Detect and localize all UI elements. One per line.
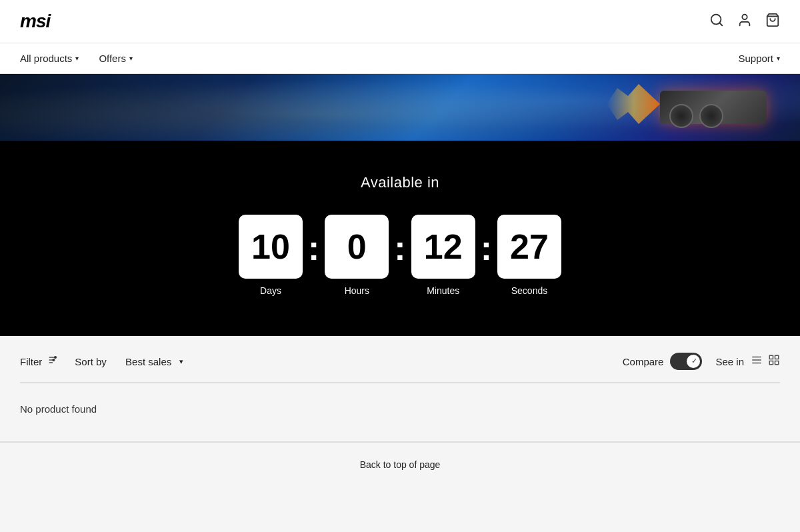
- gpu-fan2: [699, 104, 723, 128]
- timer-minutes-label: Minutes: [427, 285, 459, 296]
- svg-rect-15: [775, 361, 779, 364]
- footer: Back to top of page: [0, 442, 800, 487]
- gpu-image: [633, 81, 767, 134]
- chevron-down-icon: ▾: [777, 55, 780, 62]
- svg-point-2: [742, 14, 747, 19]
- svg-point-8: [53, 359, 55, 361]
- back-to-top-link[interactable]: Back to top of page: [360, 459, 441, 470]
- colon-1: :: [308, 228, 319, 283]
- nav-all-products[interactable]: All products ▾: [20, 53, 79, 64]
- countdown-timer: 10 Days : 0 Hours : 12 Minutes : 27 Seco…: [239, 215, 561, 296]
- filter-icon: [47, 355, 58, 368]
- svg-rect-14: [769, 361, 773, 364]
- no-product-text: No product found: [20, 403, 97, 415]
- search-icon[interactable]: [709, 13, 724, 31]
- nav-offers[interactable]: Offers ▾: [99, 53, 133, 64]
- filter-row: Filter Sort by Best sales ▾ Compare: [20, 353, 780, 383]
- compare-label: Compare: [623, 356, 664, 367]
- chevron-down-icon: ▾: [75, 55, 79, 62]
- filter-right: Compare ✓ See in: [623, 353, 780, 370]
- sort-section[interactable]: Sort by Best sales ▾: [75, 356, 183, 367]
- view-icons: [751, 354, 780, 369]
- grid-view-icon[interactable]: [768, 354, 780, 369]
- logo[interactable]: msi: [20, 11, 50, 32]
- header: msi: [0, 0, 800, 43]
- toggle-check-icon: ✓: [689, 356, 699, 365]
- filter-button[interactable]: Filter: [20, 355, 58, 368]
- timer-minutes-value: 12: [411, 215, 475, 279]
- list-view-icon[interactable]: [751, 354, 763, 369]
- chevron-down-icon: ▾: [129, 55, 133, 62]
- hero-banner: [0, 74, 800, 141]
- timer-hours: 0 Hours: [325, 215, 389, 296]
- nav-support[interactable]: Support ▾: [738, 53, 780, 64]
- gpu-body: [660, 91, 767, 124]
- see-in-label: See in: [715, 356, 744, 367]
- sort-value: Best sales: [125, 356, 171, 367]
- gpu-fan1: [669, 104, 693, 128]
- timer-days: 10 Days: [239, 215, 303, 296]
- svg-rect-12: [769, 355, 773, 359]
- timer-seconds: 27 Seconds: [497, 215, 561, 296]
- timer-hours-label: Hours: [345, 285, 369, 296]
- sort-chevron-icon: ▾: [179, 357, 183, 366]
- svg-point-7: [55, 357, 57, 359]
- see-in-section: See in: [715, 354, 780, 369]
- countdown-section: Available in 10 Days : 0 Hours : 12 Minu…: [0, 141, 800, 336]
- colon-2: :: [394, 228, 405, 283]
- filter-left: Filter Sort by Best sales ▾: [20, 355, 183, 368]
- timer-hours-value: 0: [325, 215, 389, 279]
- compare-section: Compare ✓: [623, 353, 703, 370]
- timer-seconds-value: 27: [497, 215, 561, 279]
- filter-bar: Filter Sort by Best sales ▾ Compare: [0, 336, 800, 383]
- colon-3: :: [481, 228, 492, 283]
- header-icons: [709, 13, 780, 31]
- nav-right: Support ▾: [738, 53, 780, 64]
- main-nav: All products ▾ Offers ▾ Support ▾: [0, 43, 800, 74]
- timer-minutes: 12 Minutes: [411, 215, 475, 296]
- svg-line-1: [719, 23, 722, 25]
- timer-days-label: Days: [260, 285, 281, 296]
- timer-seconds-label: Seconds: [511, 285, 547, 296]
- timer-days-value: 10: [239, 215, 303, 279]
- cart-icon[interactable]: [765, 13, 780, 31]
- sort-label: Sort by: [75, 356, 107, 367]
- svg-rect-13: [775, 355, 779, 359]
- filter-label: Filter: [20, 356, 42, 367]
- account-icon[interactable]: [737, 13, 752, 31]
- nav-left: All products ▾ Offers ▾: [20, 53, 133, 64]
- compare-toggle[interactable]: ✓: [670, 353, 702, 370]
- no-product-message: No product found: [0, 383, 800, 441]
- available-in-label: Available in: [361, 174, 439, 191]
